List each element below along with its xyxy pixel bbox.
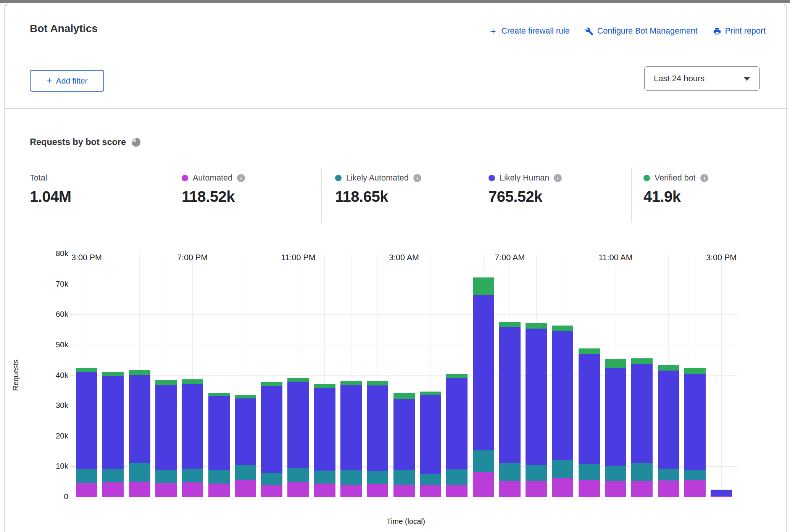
verified-bot-segment[interactable] [631, 358, 653, 364]
bar-3:00 PM[interactable] [711, 254, 732, 497]
bar-12:00 PM[interactable] [631, 254, 653, 497]
likely-automated-segment[interactable] [473, 450, 494, 472]
likely-automated-segment[interactable] [526, 465, 547, 481]
likely-human-segment[interactable] [129, 375, 150, 464]
likely-automated-segment[interactable] [605, 466, 626, 481]
likely-automated-segment[interactable] [208, 470, 230, 484]
bar-1:00 AM[interactable] [340, 254, 362, 497]
bar-3:00 PM[interactable] [76, 254, 97, 497]
likely-automated-segment[interactable] [579, 464, 600, 480]
bar-8:00 PM[interactable] [208, 254, 230, 497]
bar-7:00 PM[interactable] [182, 254, 203, 497]
likely-human-segment[interactable] [420, 395, 441, 474]
bar-11:00 PM[interactable] [287, 254, 309, 497]
automated-segment[interactable] [526, 481, 547, 497]
likely-automated-segment[interactable] [658, 469, 679, 480]
verified-bot-segment[interactable] [287, 378, 309, 382]
likely-human-segment[interactable] [314, 388, 335, 471]
likely-automated-segment[interactable] [102, 469, 124, 482]
likely-automated-segment[interactable] [340, 470, 362, 485]
bar-11:00 AM[interactable] [605, 254, 626, 497]
automated-segment[interactable] [393, 485, 415, 497]
verified-bot-segment[interactable] [314, 384, 335, 388]
bar-9:00 PM[interactable] [235, 254, 256, 497]
likely-human-segment[interactable] [182, 384, 203, 469]
bar-5:00 AM[interactable] [446, 254, 468, 497]
likely-automated-segment[interactable] [314, 471, 335, 484]
bar-10:00 PM[interactable] [261, 254, 282, 497]
likely-automated-segment[interactable] [155, 470, 177, 483]
automated-segment[interactable] [420, 485, 441, 497]
automated-segment[interactable] [129, 482, 150, 497]
bar-8:00 AM[interactable] [526, 254, 547, 497]
verified-bot-segment[interactable] [102, 372, 124, 376]
automated-segment[interactable] [155, 483, 177, 497]
create-firewall-rule-link[interactable]: Create firewall rule [489, 26, 569, 36]
likely-human-segment[interactable] [261, 386, 282, 473]
likely-automated-segment[interactable] [684, 470, 706, 480]
verified-bot-segment[interactable] [393, 393, 415, 398]
likely-human-segment[interactable] [473, 295, 494, 451]
verified-bot-segment[interactable] [155, 380, 177, 385]
likely-automated-segment[interactable] [631, 463, 653, 480]
bar-5:00 PM[interactable] [129, 254, 150, 497]
likely-automated-segment[interactable] [129, 463, 150, 482]
automated-segment[interactable] [473, 472, 494, 497]
automated-segment[interactable] [287, 482, 309, 497]
info-icon[interactable]: i [237, 174, 245, 182]
automated-segment[interactable] [605, 481, 626, 497]
bar-7:00 AM[interactable] [499, 254, 521, 497]
info-icon[interactable]: i [700, 174, 708, 182]
bar-6:00 PM[interactable] [155, 254, 177, 497]
bar-10:00 AM[interactable] [579, 254, 600, 497]
likely-human-segment[interactable] [102, 376, 124, 469]
verified-bot-segment[interactable] [473, 277, 494, 295]
verified-bot-segment[interactable] [340, 381, 362, 385]
verified-bot-segment[interactable] [684, 368, 706, 374]
likely-human-segment[interactable] [446, 378, 468, 469]
time-range-dropdown[interactable]: Last 24 hours [644, 66, 760, 91]
likely-human-segment[interactable] [526, 329, 547, 465]
likely-human-segment[interactable] [235, 398, 256, 465]
verified-bot-segment[interactable] [367, 381, 388, 385]
likely-human-segment[interactable] [711, 490, 732, 496]
verified-bot-segment[interactable] [552, 326, 573, 331]
automated-segment[interactable] [314, 484, 335, 497]
likely-human-segment[interactable] [393, 399, 415, 470]
likely-automated-segment[interactable] [235, 465, 256, 480]
likely-automated-segment[interactable] [261, 473, 282, 485]
automated-segment[interactable] [182, 482, 203, 497]
likely-human-segment[interactable] [499, 327, 521, 463]
bar-6:00 AM[interactable] [473, 254, 494, 497]
info-icon[interactable]: i [413, 174, 421, 182]
likely-automated-segment[interactable] [367, 471, 388, 484]
automated-segment[interactable] [552, 478, 573, 497]
info-icon[interactable]: i [554, 174, 562, 182]
bar-2:00 PM[interactable] [684, 254, 706, 497]
automated-segment[interactable] [340, 485, 362, 497]
automated-segment[interactable] [261, 485, 282, 497]
likely-automated-segment[interactable] [287, 468, 309, 482]
automated-segment[interactable] [102, 482, 124, 497]
automated-segment[interactable] [684, 480, 706, 497]
bar-4:00 PM[interactable] [102, 254, 124, 497]
verified-bot-segment[interactable] [579, 348, 600, 354]
likely-automated-segment[interactable] [499, 463, 521, 480]
verified-bot-segment[interactable] [261, 382, 282, 386]
likely-human-segment[interactable] [155, 385, 177, 470]
verified-bot-segment[interactable] [208, 393, 230, 396]
likely-human-segment[interactable] [76, 372, 97, 469]
automated-segment[interactable] [658, 480, 679, 497]
bar-12:00 AM[interactable] [314, 254, 335, 497]
likely-human-segment[interactable] [367, 385, 388, 471]
likely-human-segment[interactable] [631, 364, 653, 463]
likely-human-segment[interactable] [579, 354, 600, 464]
verified-bot-segment[interactable] [420, 392, 441, 395]
automated-segment[interactable] [579, 480, 600, 497]
verified-bot-segment[interactable] [711, 490, 732, 490]
likely-human-segment[interactable] [552, 331, 573, 460]
automated-segment[interactable] [499, 481, 521, 497]
verified-bot-segment[interactable] [182, 379, 203, 384]
bar-9:00 AM[interactable] [552, 254, 573, 497]
verified-bot-segment[interactable] [658, 365, 679, 371]
